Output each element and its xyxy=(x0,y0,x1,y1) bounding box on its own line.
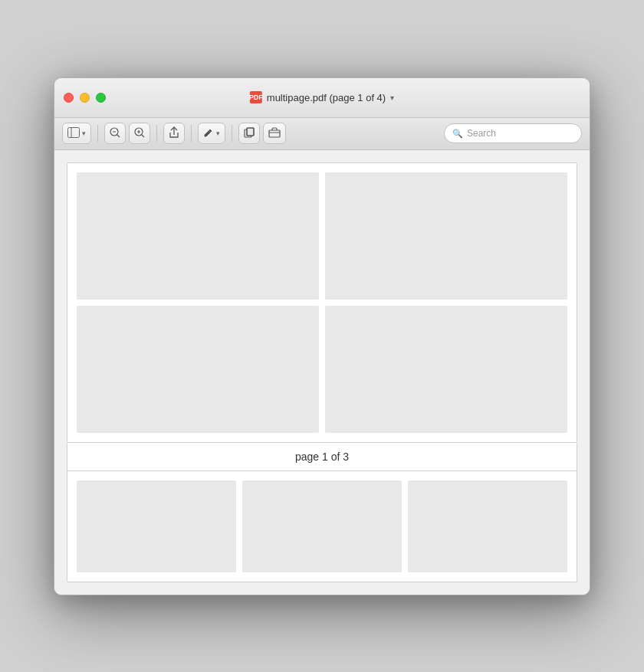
separator-2 xyxy=(156,125,157,142)
title-bar: PDF multipage.pdf (page 1 of 4) ▾ xyxy=(54,78,590,118)
page-top-section xyxy=(67,162,577,443)
svg-rect-12 xyxy=(247,128,254,136)
grid-cell-bottom-right xyxy=(325,306,567,433)
page-divider: page 1 of 3 xyxy=(67,443,577,471)
page-label: page 1 of 3 xyxy=(295,451,349,463)
traffic-lights xyxy=(64,93,106,103)
svg-line-8 xyxy=(142,135,144,137)
pdf-icon: PDF xyxy=(250,91,262,103)
zoom-out-icon xyxy=(110,127,120,140)
search-field[interactable]: 🔍 Search xyxy=(444,123,582,143)
separator-4 xyxy=(232,125,232,142)
annotate-icon xyxy=(203,127,214,140)
grid-2x2 xyxy=(77,172,567,433)
share-icon xyxy=(169,126,179,141)
share-button[interactable] xyxy=(163,123,185,144)
zoom-in-icon xyxy=(134,127,145,140)
svg-rect-0 xyxy=(68,127,80,137)
sidebar-toggle-button[interactable]: ▾ xyxy=(62,123,91,144)
title-chevron-icon[interactable]: ▾ xyxy=(390,93,394,102)
window-title: multipage.pdf (page 1 of 4) xyxy=(267,92,386,103)
toolbox-button[interactable] xyxy=(263,123,286,144)
toolbox-icon xyxy=(268,127,281,140)
sidebar-chevron-icon: ▾ xyxy=(82,129,86,137)
sidebar-icon xyxy=(67,127,80,140)
grid-cell-left xyxy=(77,480,236,572)
grid-cell-top-left xyxy=(77,172,319,300)
grid-1x3 xyxy=(77,480,567,572)
maximize-button[interactable] xyxy=(96,93,106,103)
toolbar: ▾ xyxy=(54,118,590,150)
zoom-out-button[interactable] xyxy=(104,123,126,144)
title-area: PDF multipage.pdf (page 1 of 4) ▾ xyxy=(250,91,394,103)
close-button[interactable] xyxy=(64,93,74,103)
svg-rect-14 xyxy=(269,130,280,137)
app-window: PDF multipage.pdf (page 1 of 4) ▾ ▾ xyxy=(54,77,590,595)
page-bottom-section xyxy=(67,471,577,582)
grid-cell-bottom-left xyxy=(77,306,319,433)
separator-3 xyxy=(191,125,192,142)
grid-cell-center xyxy=(242,480,402,572)
copy-icon xyxy=(244,127,255,140)
separator-1 xyxy=(97,125,98,142)
svg-line-4 xyxy=(117,135,120,137)
grid-cell-right xyxy=(408,480,567,572)
annotate-button[interactable]: ▾ xyxy=(198,123,225,144)
content-area: page 1 of 3 xyxy=(54,150,590,595)
search-icon: 🔍 xyxy=(452,129,463,139)
search-placeholder: Search xyxy=(467,128,496,139)
minimize-button[interactable] xyxy=(80,93,90,103)
grid-cell-top-right xyxy=(325,172,567,300)
copy-button[interactable] xyxy=(238,123,260,144)
zoom-in-button[interactable] xyxy=(129,123,150,144)
annotate-chevron-icon: ▾ xyxy=(216,129,220,137)
